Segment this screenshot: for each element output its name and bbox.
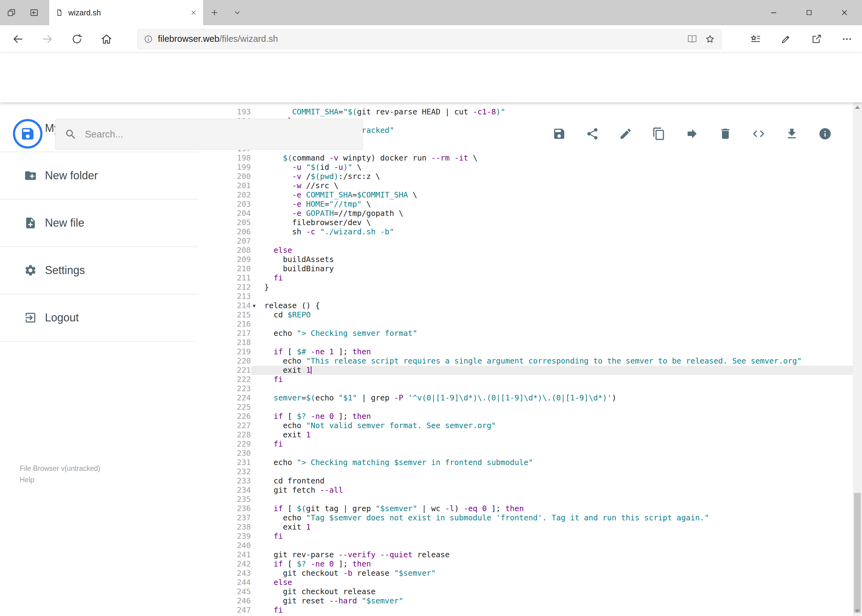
- share-button[interactable]: [586, 127, 599, 141]
- code-line[interactable]: 244 else: [199, 578, 853, 587]
- code-line[interactable]: 205 filebrowser/dev \: [199, 218, 853, 227]
- tabs-set-aside-panel-icon[interactable]: [0, 0, 23, 25]
- more-options-icon[interactable]: [832, 25, 862, 53]
- code-line[interactable]: 207: [199, 236, 853, 246]
- code-line[interactable]: 232: [199, 467, 853, 476]
- line-number: 241: [199, 550, 251, 559]
- annotate-pen-icon[interactable]: [771, 25, 801, 53]
- code-line[interactable]: 233 cd frontend: [199, 476, 853, 486]
- code-line[interactable]: 239 fi: [199, 532, 853, 541]
- code-line[interactable]: 208 else: [199, 246, 853, 255]
- code-line[interactable]: 236 if [ $(git tag | grep "$semver" | wc…: [199, 504, 853, 513]
- forward-button[interactable]: [33, 25, 62, 53]
- tab-close-icon[interactable]: [190, 9, 197, 16]
- code-line[interactable]: 237 echo "Tag $semver does not exist in …: [199, 513, 853, 523]
- code-line[interactable]: 231 echo "> Checking matching $semver in…: [199, 458, 853, 467]
- set-tabs-aside-icon[interactable]: [23, 0, 46, 25]
- code-line[interactable]: 228 exit 1: [199, 430, 853, 440]
- code-line[interactable]: 234 git fetch --all: [199, 486, 853, 495]
- home-button[interactable]: [92, 25, 121, 53]
- page-icon: [55, 9, 63, 17]
- code-line[interactable]: 219 if [ $# -ne 1 ]; then: [199, 347, 853, 357]
- code-line[interactable]: 209 buildAssets: [199, 255, 853, 264]
- info-button[interactable]: [818, 127, 832, 141]
- code-line[interactable]: 229 fi: [199, 440, 853, 449]
- code-line[interactable]: 217 echo "> Checking semver format": [199, 329, 853, 338]
- code-line[interactable]: 193 COMMIT_SHA="$(git rev-parse HEAD | c…: [199, 107, 853, 116]
- code-line[interactable]: 221 exit 1: [199, 366, 853, 375]
- code-line[interactable]: 223: [199, 384, 853, 393]
- code-line[interactable]: 215 cd $REPO: [199, 310, 853, 319]
- download-button[interactable]: [785, 127, 799, 141]
- code-line[interactable]: 247 fi: [199, 605, 853, 615]
- sidebar-item-settings[interactable]: Settings: [0, 247, 199, 294]
- site-info-icon[interactable]: [144, 35, 153, 44]
- code-line[interactable]: 210 buildBinary: [199, 264, 853, 273]
- code-line[interactable]: 241 git rev-parse --verify --quiet relea…: [199, 550, 853, 559]
- scroll-up-arrow-icon[interactable]: [855, 106, 860, 109]
- reading-view-icon[interactable]: [687, 34, 697, 44]
- code-line[interactable]: 243 git checkout -b release "$semver": [199, 569, 853, 578]
- copy-button[interactable]: [652, 127, 666, 141]
- tab-previews-chevron-icon[interactable]: [226, 0, 249, 25]
- sidebar-item-logout[interactable]: Logout: [0, 294, 199, 342]
- close-window-button[interactable]: [827, 0, 862, 25]
- code-line[interactable]: 202 -e COMMIT_SHA=$COMMIT_SHA \: [199, 190, 853, 200]
- browser-tab[interactable]: wizard.sh: [49, 0, 203, 25]
- hub-favorites-icon[interactable]: [740, 25, 771, 53]
- code-line[interactable]: 199 -u "$(id -u)" \: [199, 163, 853, 172]
- code-line[interactable]: 226 if [ $? -ne 0 ]; then: [199, 412, 853, 421]
- code-line[interactable]: 242 if [ $? -ne 0 ]; then: [199, 559, 853, 569]
- text-cursor: [311, 366, 312, 374]
- new-tab-button[interactable]: [203, 0, 226, 25]
- code-line[interactable]: 200 -v /$(pwd):/src:z \: [199, 172, 853, 181]
- address-bar[interactable]: filebrowser.web/files/wizard.sh: [137, 29, 722, 49]
- sidebar-item-new-folder[interactable]: New folder: [0, 152, 199, 200]
- share-icon[interactable]: [801, 25, 832, 53]
- code-editor[interactable]: 193 COMMIT_SHA="$(git rev-parse HEAD | c…: [199, 102, 853, 616]
- fold-marker-icon[interactable]: ▾: [251, 301, 264, 310]
- code-line[interactable]: 222 fi: [199, 375, 853, 384]
- code-line[interactable]: 220 echo "This release script requires a…: [199, 357, 853, 366]
- code-view-button[interactable]: [752, 127, 765, 141]
- code-line[interactable]: 224 semver=$(echo "$1" | grep -P '^v(0|[…: [199, 393, 853, 402]
- code-line[interactable]: 246 git reset --hard "$semver": [199, 596, 853, 605]
- code-line[interactable]: 240: [199, 541, 853, 550]
- code-line[interactable]: 201 -w //src \: [199, 181, 853, 190]
- sidebar-item-new-file[interactable]: New file: [0, 200, 199, 247]
- scrollbar-thumb[interactable]: [854, 493, 861, 613]
- edit-button[interactable]: [619, 127, 632, 141]
- scroll-down-arrow-icon[interactable]: [855, 610, 860, 613]
- refresh-button[interactable]: [62, 25, 92, 53]
- url-text[interactable]: filebrowser.web/files/wizard.sh: [158, 34, 687, 44]
- maximize-button[interactable]: [791, 0, 827, 25]
- code-line[interactable]: 230: [199, 449, 853, 458]
- move-button[interactable]: [686, 127, 699, 141]
- save-button[interactable]: [552, 127, 566, 141]
- code-line[interactable]: 198 $(command -v winpty) docker run --rm…: [199, 154, 853, 163]
- code-text: fi: [264, 273, 853, 283]
- code-line[interactable]: 216: [199, 319, 853, 329]
- back-button[interactable]: [3, 25, 33, 53]
- code-line[interactable]: 211 fi: [199, 273, 853, 283]
- code-line[interactable]: 204 -e GOPATH=//tmp/gopath \: [199, 209, 853, 218]
- code-line[interactable]: 218: [199, 338, 853, 347]
- code-area[interactable]: 193 COMMIT_SHA="$(git rev-parse HEAD | c…: [199, 107, 853, 615]
- code-line[interactable]: 203 -e HOME="//tmp" \: [199, 200, 853, 209]
- code-line[interactable]: 245 git checkout release: [199, 587, 853, 596]
- minimize-button[interactable]: [756, 0, 791, 25]
- code-line[interactable]: 212}: [199, 283, 853, 292]
- delete-button[interactable]: [719, 127, 732, 141]
- search-input[interactable]: Search...: [55, 119, 363, 150]
- help-link[interactable]: Help: [20, 474, 100, 486]
- code-line[interactable]: 206 sh -c "./wizard.sh -b": [199, 227, 853, 236]
- code-line[interactable]: 214▾release () {: [199, 301, 853, 310]
- code-line[interactable]: 225: [199, 402, 853, 412]
- code-line[interactable]: 213: [199, 292, 853, 301]
- favorite-star-icon[interactable]: [705, 34, 715, 44]
- app-logo[interactable]: [13, 119, 43, 149]
- scrollbar[interactable]: [853, 102, 862, 616]
- code-line[interactable]: 227 echo "Not valid semver format. See s…: [199, 421, 853, 430]
- code-line[interactable]: 238 exit 1: [199, 523, 853, 532]
- code-line[interactable]: 235: [199, 495, 853, 504]
